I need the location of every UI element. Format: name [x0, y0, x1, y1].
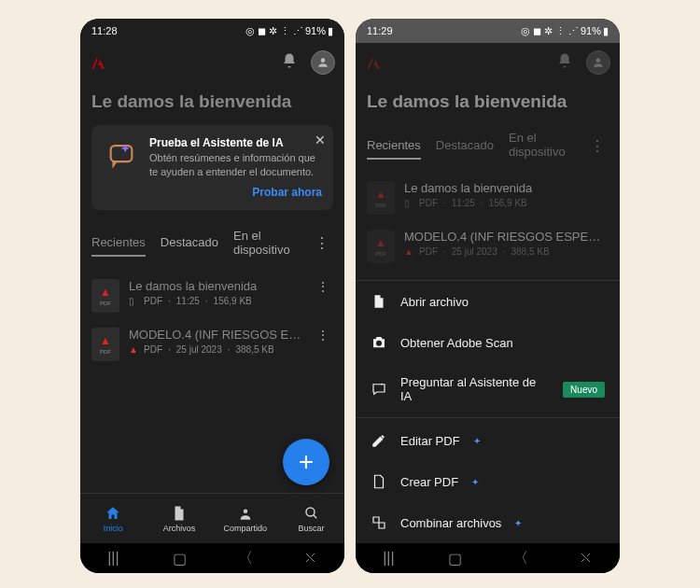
pdf-icon: ▲PDF — [91, 328, 119, 361]
tab-destacado[interactable]: Destacado — [161, 230, 218, 257]
nav-label: Compartido — [224, 524, 268, 533]
sheet-item-label: Crear PDF — [400, 475, 458, 489]
file-name: Le damos la bienvenida — [129, 279, 303, 293]
notifications-icon[interactable] — [556, 52, 573, 73]
status-icons: ◎ ◼ ✲ ⋮ ⋰ 91% ▮ — [245, 25, 333, 37]
pencil-icon — [371, 432, 387, 449]
promo-description: Obtén resúmenes e información que te ayu… — [149, 151, 322, 180]
fab-action-sheet: Abrir archivo Obtener Adobe Scan Pregunt… — [356, 280, 620, 543]
sheet-item-label: Combinar archivos — [400, 516, 501, 530]
statusbar: 11:29 ◎ ◼ ✲ ⋮ ⋰ 91% ▮ — [356, 19, 620, 43]
file-meta: ▯ PDF · 11:25 · 156,9 KB — [129, 296, 303, 306]
close-icon[interactable]: ✕ — [315, 133, 326, 147]
nav-inicio[interactable]: Inicio — [80, 494, 147, 543]
svg-rect-0 — [111, 146, 133, 161]
tab-en-el-dispositivo[interactable]: En el dispositivo — [233, 223, 296, 264]
sheet-asistente-ia[interactable]: Preguntar al Asistente de IA Nuevo — [356, 363, 620, 415]
adobe-cloud-icon: ▲ — [404, 247, 413, 257]
page-title: Le damos la bienvenida — [356, 82, 620, 125]
premium-icon: ✦ — [471, 477, 479, 487]
promo-cta-link[interactable]: Probar ahora — [149, 186, 322, 199]
tab-en-el-dispositivo[interactable]: En el dispositivo — [509, 125, 571, 166]
sheet-item-label: Abrir archivo — [400, 295, 469, 309]
ai-assistant-promo[interactable]: Prueba el Asistente de IA Obtén resúmene… — [91, 125, 333, 210]
file-overflow-icon[interactable]: ⋮ — [313, 328, 333, 343]
file-item[interactable]: ▲PDF MODELO.4 (INF RIESGOS ESPECÍFICOS M… — [84, 320, 341, 369]
pdf-icon: ▲PDF — [91, 279, 119, 313]
file-meta: ▲ PDF · 25 jul 2023 · 388,5 KB — [129, 344, 303, 355]
camera-icon — [371, 334, 387, 351]
bottom-nav: Inicio Archivos Compartido Buscar — [80, 493, 344, 543]
sheet-obtener-scan[interactable]: Obtener Adobe Scan — [356, 322, 620, 363]
tabs: Recientes Destacado En el dispositivo ⋮ — [356, 125, 620, 166]
status-icons: ◎ ◼ ✲ ⋮ ⋰ 91% ▮ — [521, 25, 609, 37]
file-meta: ▲ PDF · 25 jul 2023 · 388,5 KB — [404, 246, 609, 257]
recents-button[interactable]: ||| — [94, 550, 132, 567]
file-item[interactable]: ▲PDF MODELO.4 (INF RIESGOS ESPECÍFICOS M… — [359, 222, 616, 271]
home-button[interactable]: ▢ — [161, 550, 198, 567]
screenshot-right: 11:29 ◎ ◼ ✲ ⋮ ⋰ 91% ▮ Le damos la bienve… — [356, 19, 620, 573]
file-name: Le damos la bienvenida — [404, 181, 609, 195]
appbar — [356, 43, 620, 82]
nav-label: Archivos — [163, 524, 196, 533]
status-time: 11:28 — [91, 25, 118, 36]
nav-compartido[interactable]: Compartido — [213, 494, 279, 543]
file-list: ▲PDF Le damos la bienvenida ▯ PDF · 11:2… — [80, 264, 344, 376]
nav-label: Inicio — [104, 524, 123, 533]
file-icon — [371, 293, 387, 310]
pdf-icon: ▲PDF — [367, 230, 395, 263]
tab-recientes[interactable]: Recientes — [91, 230, 146, 257]
recents-button[interactable]: ||| — [370, 550, 407, 567]
file-meta: ▯ PDF · 11:25 · 156,9 KB — [404, 198, 609, 208]
tab-recientes[interactable]: Recientes — [367, 133, 421, 160]
accessibility-button[interactable]: ⛌ — [293, 550, 330, 567]
tabs-overflow-icon[interactable]: ⋮ — [586, 137, 609, 155]
nav-archivos[interactable]: Archivos — [147, 494, 213, 543]
notifications-icon[interactable] — [281, 52, 298, 73]
pdf-icon: ▲PDF — [367, 181, 395, 215]
device-icon: ▯ — [404, 199, 413, 208]
nav-label: Buscar — [299, 524, 325, 533]
file-list: ▲PDF Le damos la bienvenida ▯ PDF · 11:2… — [356, 166, 620, 278]
fab-add-button[interactable]: + — [283, 439, 329, 485]
badge-nuevo: Nuevo — [563, 382, 605, 398]
file-name: MODELO.4 (INF RIESGOS ESPECÍFICOS MED PR… — [404, 230, 609, 244]
home-button[interactable]: ▢ — [436, 550, 473, 567]
accessibility-button[interactable]: ⛌ — [568, 550, 606, 567]
appbar — [80, 43, 344, 82]
profile-avatar[interactable] — [311, 50, 335, 75]
status-battery: 91% — [305, 25, 326, 36]
file-overflow-icon[interactable]: ⋮ — [313, 279, 333, 294]
back-button[interactable]: 〈 — [502, 549, 539, 568]
status-time: 11:29 — [367, 25, 393, 36]
adobe-logo-icon — [365, 54, 382, 71]
merge-icon — [371, 514, 387, 531]
profile-avatar[interactable] — [586, 50, 610, 75]
device-icon: ▯ — [129, 296, 138, 305]
chat-icon — [371, 381, 387, 398]
sheet-abrir-archivo[interactable]: Abrir archivo — [356, 281, 620, 322]
sheet-item-label: Obtener Adobe Scan — [400, 336, 513, 350]
back-button[interactable]: 〈 — [227, 549, 264, 568]
adobe-logo-icon — [90, 54, 106, 71]
page-title: Le damos la bienvenida — [80, 82, 344, 125]
file-name: MODELO.4 (INF RIESGOS ESPECÍFICOS MED PR… — [129, 328, 303, 342]
tab-destacado[interactable]: Destacado — [436, 133, 494, 160]
file-item[interactable]: ▲PDF Le damos la bienvenida ▯ PDF · 11:2… — [359, 174, 616, 222]
sheet-item-label: Preguntar al Asistente de IA — [400, 375, 550, 403]
sheet-crear-pdf[interactable]: Crear PDF ✦ — [356, 461, 620, 502]
file-item[interactable]: ▲PDF Le damos la bienvenida ▯ PDF · 11:2… — [84, 272, 341, 320]
adobe-cloud-icon: ▲ — [129, 344, 138, 354]
premium-icon: ✦ — [514, 518, 522, 528]
doc-icon — [371, 473, 387, 490]
sheet-divider — [356, 417, 620, 418]
ai-chat-icon — [103, 136, 140, 174]
sheet-editar-pdf[interactable]: Editar PDF ✦ — [356, 420, 620, 461]
sheet-item-label: Editar PDF — [400, 434, 460, 448]
statusbar: 11:28 ◎ ◼ ✲ ⋮ ⋰ 91% ▮ — [80, 19, 344, 43]
premium-icon: ✦ — [473, 436, 481, 446]
tabs-overflow-icon[interactable]: ⋮ — [311, 234, 333, 252]
system-nav-bar: ||| ▢ 〈 ⛌ — [80, 543, 344, 573]
sheet-combinar[interactable]: Combinar archivos ✦ — [356, 502, 620, 543]
nav-buscar[interactable]: Buscar — [278, 494, 344, 543]
